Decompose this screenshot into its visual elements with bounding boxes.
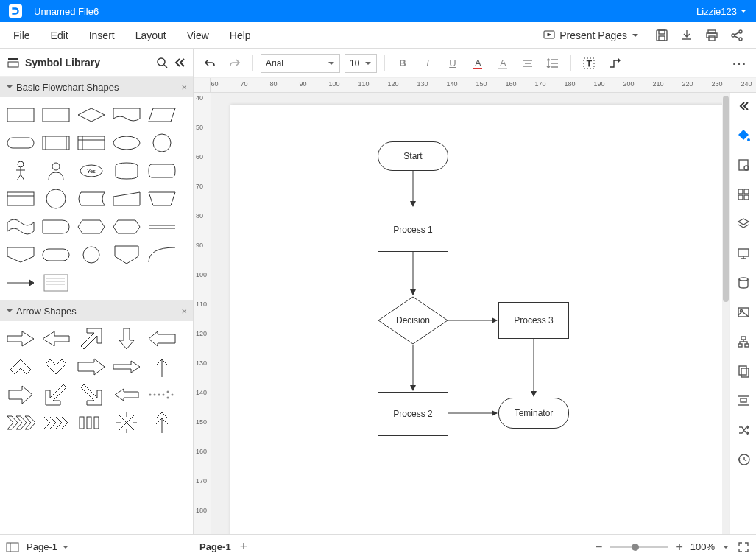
save-icon[interactable]	[653, 27, 671, 44]
panel-basic-flowchart[interactable]: Basic Flowchart Shapes ×	[0, 77, 193, 97]
font-size-select[interactable]: 10	[345, 54, 377, 73]
shape-arrow-double-up[interactable]	[146, 411, 178, 435]
more-options-button[interactable]: ⋯	[729, 53, 750, 74]
align-button[interactable]	[517, 53, 538, 74]
shape-chevrons-right[interactable]	[4, 411, 37, 435]
shape-process[interactable]	[4, 103, 37, 127]
shape-data[interactable]	[146, 103, 178, 127]
shape-circle[interactable]	[40, 187, 72, 211]
menu-view[interactable]: View	[177, 22, 219, 49]
shape-dotted-arrow[interactable]	[146, 383, 178, 407]
page-setup-icon[interactable]	[735, 156, 752, 174]
fill-tool-icon[interactable]	[735, 127, 752, 144]
layers-icon[interactable]	[735, 215, 752, 233]
menu-file[interactable]: File	[3, 22, 40, 49]
undo-button[interactable]	[199, 53, 220, 74]
tree-icon[interactable]	[735, 333, 752, 351]
shape-offpage[interactable]	[4, 243, 37, 267]
shape-arrow-small[interactable]	[4, 271, 37, 295]
canvas-area[interactable]: Start Process 1 Decision Process 3 Proce…	[211, 93, 722, 534]
canvas-scrollbar[interactable]	[722, 93, 729, 534]
present-pages-button[interactable]: Present Pages	[537, 26, 646, 45]
shape-arrow-right-wide[interactable]	[75, 355, 107, 379]
share-icon[interactable]	[728, 27, 746, 44]
text-tool-button[interactable]: T	[579, 53, 599, 74]
history-icon[interactable]	[735, 451, 752, 468]
shape-arrow-block-right[interactable]	[4, 383, 37, 407]
align-distribute-icon[interactable]	[735, 392, 752, 409]
app-logo-icon[interactable]	[9, 4, 22, 18]
expand-panel-icon[interactable]	[730, 97, 756, 115]
clipboard-icon[interactable]	[735, 362, 752, 380]
shape-arrow-up[interactable]	[146, 355, 178, 379]
shape-predefined[interactable]	[40, 131, 72, 155]
page-select[interactable]: Page-1	[27, 541, 69, 552]
menu-insert[interactable]: Insert	[79, 22, 125, 49]
shape-user[interactable]	[40, 159, 72, 183]
shape-delay[interactable]	[40, 215, 72, 239]
shape-manual-op[interactable]	[146, 187, 178, 211]
chevron-down-icon[interactable]	[722, 544, 729, 551]
bold-button[interactable]: B	[392, 53, 413, 74]
shape-chevron-up[interactable]	[4, 355, 37, 379]
shape-arrow-left[interactable]	[40, 327, 72, 351]
shape-arrow-left-outline[interactable]	[110, 383, 143, 407]
highlight-button[interactable]: A	[492, 53, 513, 74]
panel-arrow-shapes[interactable]: Arrow Shapes ×	[0, 300, 193, 321]
shape-note[interactable]	[40, 271, 72, 295]
image-icon[interactable]	[735, 303, 752, 321]
shape-arrow-right-thin[interactable]	[110, 355, 143, 379]
font-family-select[interactable]: Arial	[261, 54, 340, 73]
download-icon[interactable]	[678, 27, 696, 44]
shape-stored-data[interactable]	[75, 187, 107, 211]
zoom-slider[interactable]	[610, 546, 668, 548]
shape-manual-input[interactable]	[110, 187, 143, 211]
close-icon[interactable]: ×	[181, 82, 187, 93]
fullscreen-icon[interactable]	[737, 541, 750, 554]
page-tab[interactable]: Page-1	[199, 541, 231, 552]
shape-card[interactable]	[4, 187, 37, 211]
canvas-page[interactable]: Start Process 1 Decision Process 3 Proce…	[230, 105, 722, 534]
zoom-in-button[interactable]: +	[676, 541, 682, 554]
line-spacing-button[interactable]	[543, 53, 563, 74]
shape-hexagon[interactable]	[110, 215, 143, 239]
shape-stripes-right[interactable]	[40, 411, 72, 435]
collapse-sidebar-icon[interactable]	[174, 57, 186, 68]
shape-actor[interactable]	[4, 159, 37, 183]
underline-button[interactable]: U	[442, 53, 463, 74]
shape-arrow-down[interactable]	[110, 327, 143, 351]
shape-connector[interactable]	[75, 243, 107, 267]
outline-icon[interactable]	[6, 542, 19, 552]
zoom-out-button[interactable]: −	[596, 541, 602, 554]
shape-arrow-downleft[interactable]	[40, 383, 72, 407]
shape-yes-label[interactable]: Yes	[75, 159, 107, 183]
shape-circle[interactable]	[146, 131, 178, 155]
menu-help[interactable]: Help	[219, 22, 261, 49]
font-color-button[interactable]: A	[467, 53, 488, 74]
shape-display[interactable]	[146, 159, 178, 183]
redo-button[interactable]	[225, 53, 245, 74]
shape-rounded[interactable]	[40, 243, 72, 267]
shape-terminator[interactable]	[4, 131, 37, 155]
shape-arrow-right[interactable]	[4, 327, 37, 351]
shuffle-icon[interactable]	[735, 421, 752, 439]
shape-bars[interactable]	[75, 411, 107, 435]
shape-arrow-cross[interactable]	[110, 411, 143, 435]
shape-offpage-connector[interactable]	[110, 243, 143, 267]
shape-decision[interactable]	[75, 103, 107, 127]
shape-arrow-downright[interactable]	[75, 383, 107, 407]
shape-chevron-down[interactable]	[40, 355, 72, 379]
shape-arc[interactable]	[146, 243, 178, 267]
shape-tape[interactable]	[4, 215, 37, 239]
close-icon[interactable]: ×	[181, 306, 187, 317]
search-icon[interactable]	[156, 57, 168, 68]
shape-process[interactable]	[40, 103, 72, 127]
shape-connector-line[interactable]	[146, 215, 178, 239]
shape-arrow-left-wide[interactable]	[146, 327, 178, 351]
italic-button[interactable]: I	[417, 53, 438, 74]
menu-layout[interactable]: Layout	[125, 22, 177, 49]
print-icon[interactable]	[703, 27, 721, 44]
shape-preparation[interactable]	[75, 215, 107, 239]
data-icon[interactable]	[735, 274, 752, 292]
shape-document[interactable]	[110, 103, 143, 127]
